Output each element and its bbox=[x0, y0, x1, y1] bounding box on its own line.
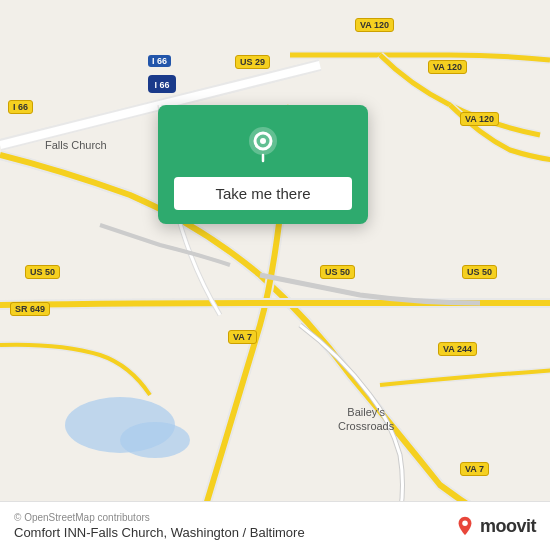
road-label-va120-1: VA 120 bbox=[355, 18, 394, 32]
road-label-us50-e: US 50 bbox=[462, 265, 497, 279]
road-label-va7-se: VA 7 bbox=[460, 462, 489, 476]
road-label-va120-3: VA 120 bbox=[460, 112, 499, 126]
bottom-left: © OpenStreetMap contributors Comfort INN… bbox=[14, 512, 305, 540]
copyright-text: © OpenStreetMap contributors bbox=[14, 512, 305, 523]
location-card: Take me there bbox=[158, 105, 368, 224]
road-label-va7-nw: I 66 bbox=[8, 100, 33, 114]
moovit-pin-icon bbox=[454, 515, 476, 537]
map-container: I 66 I 66 I 66 US 29 VA 120 VA 120 VA 12… bbox=[0, 0, 550, 550]
moovit-text: moovit bbox=[480, 516, 536, 537]
svg-text:I 66: I 66 bbox=[154, 80, 169, 90]
falls-church-label: Falls Church bbox=[45, 138, 107, 152]
svg-point-7 bbox=[462, 521, 468, 527]
svg-point-6 bbox=[260, 138, 266, 144]
take-me-there-button[interactable]: Take me there bbox=[174, 177, 352, 210]
moovit-logo: moovit bbox=[454, 515, 536, 537]
road-label-i66: I 66 bbox=[148, 55, 171, 67]
road-label-sr649: SR 649 bbox=[10, 302, 50, 316]
baileys-crossroads-label: Bailey'sCrossroads bbox=[338, 405, 394, 434]
road-label-us29: US 29 bbox=[235, 55, 270, 69]
road-label-us50-w: US 50 bbox=[25, 265, 60, 279]
road-label-va120-2: VA 120 bbox=[428, 60, 467, 74]
pin-icon bbox=[241, 123, 285, 167]
road-label-va244: VA 244 bbox=[438, 342, 477, 356]
svg-point-1 bbox=[120, 422, 190, 458]
location-title: Comfort INN-Falls Church, Washington / B… bbox=[14, 525, 305, 540]
road-label-va7-s: VA 7 bbox=[228, 330, 257, 344]
bottom-bar: © OpenStreetMap contributors Comfort INN… bbox=[0, 501, 550, 550]
road-label-us50-c: US 50 bbox=[320, 265, 355, 279]
